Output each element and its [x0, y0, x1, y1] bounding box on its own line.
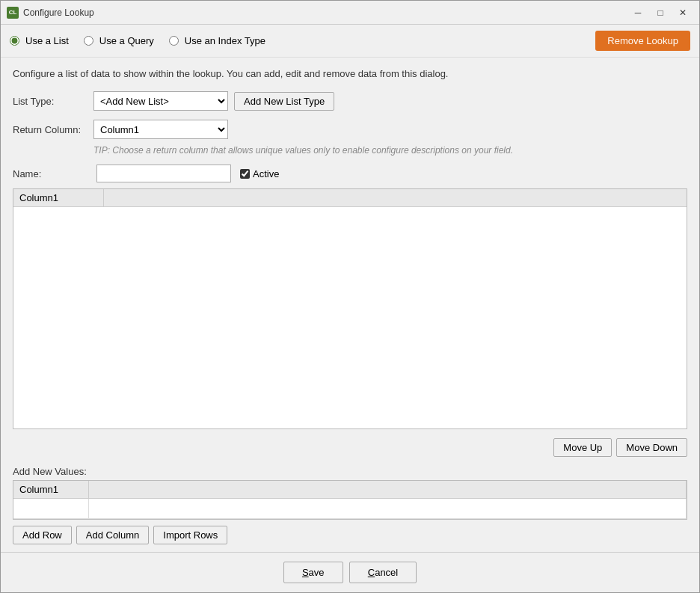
col-header-1[interactable]: Column1 [13, 189, 103, 207]
add-new-values-label: Add New Values: [13, 466, 687, 477]
data-table-container: Column1 [13, 188, 687, 429]
configure-lookup-window: CL Configure Lookup ─ □ ✕ Use a List Use… [0, 0, 700, 593]
add-new-col-header-1: Column1 [13, 481, 88, 499]
toolbar-right: Remove Lookup [595, 31, 690, 51]
add-new-input-2[interactable] [90, 500, 685, 517]
dialog-content: Use a List Use a Query Use an Index Type… [1, 25, 699, 592]
maximize-button[interactable]: □ [650, 4, 671, 21]
footer: Save Cancel [1, 552, 699, 592]
data-table: Column1 [13, 189, 687, 207]
main-content: Configure a list of data to show within … [1, 58, 699, 552]
add-new-grid: Column1 [13, 480, 687, 520]
add-new-list-type-button[interactable]: Add New List Type [234, 92, 334, 111]
add-buttons-row: Add Row Add Column Import Rows [13, 526, 687, 544]
list-type-select[interactable]: <Add New List> [93, 91, 228, 111]
name-active-row: Name: Active [13, 165, 687, 182]
name-label: Name: [13, 168, 88, 179]
add-row-button[interactable]: Add Row [13, 526, 72, 544]
window-title: Configure Lookup [23, 7, 627, 18]
move-up-button[interactable]: Move Up [553, 438, 612, 457]
cancel-button[interactable]: Cancel [349, 562, 417, 583]
radio-use-list[interactable]: Use a List [10, 35, 69, 46]
move-buttons: Move Up Move Down [13, 438, 687, 457]
radio-use-index[interactable]: Use an Index Type [169, 35, 265, 46]
import-rows-button[interactable]: Import Rows [153, 526, 227, 544]
return-column-row: Return Column: Column1 [13, 120, 687, 139]
return-column-select[interactable]: Column1 [93, 120, 228, 139]
add-new-cell-2[interactable] [88, 499, 687, 519]
add-new-values-section: Add New Values: Column1 [13, 466, 687, 544]
remove-lookup-button[interactable]: Remove Lookup [595, 31, 690, 51]
description-text: Configure a list of data to show within … [13, 65, 687, 82]
add-column-button[interactable]: Add Column [76, 526, 150, 544]
list-type-label: List Type: [13, 96, 88, 107]
window-controls: ─ □ ✕ [627, 4, 693, 21]
add-new-table: Column1 [13, 481, 687, 519]
move-down-button[interactable]: Move Down [616, 438, 687, 457]
list-type-row: List Type: <Add New List> Add New List T… [13, 91, 687, 111]
col-header-empty[interactable] [103, 189, 687, 207]
name-input[interactable] [96, 165, 231, 182]
app-icon: CL [7, 7, 19, 19]
radio-use-query[interactable]: Use a Query [84, 35, 154, 46]
title-bar: CL Configure Lookup ─ □ ✕ [1, 1, 699, 25]
toolbar: Use a List Use a Query Use an Index Type… [1, 25, 699, 58]
add-new-col-header-empty [88, 481, 687, 499]
close-button[interactable]: ✕ [672, 4, 693, 21]
add-new-input-1[interactable] [15, 500, 87, 517]
add-new-row [13, 499, 687, 519]
active-checkbox[interactable] [240, 169, 250, 179]
active-checkbox-label[interactable]: Active [240, 168, 279, 179]
tip-text: TIP: Choose a return column that allows … [93, 145, 687, 156]
minimize-button[interactable]: ─ [627, 4, 648, 21]
save-button[interactable]: Save [283, 562, 343, 583]
return-column-label: Return Column: [13, 124, 88, 135]
add-new-cell-1[interactable] [13, 499, 88, 519]
